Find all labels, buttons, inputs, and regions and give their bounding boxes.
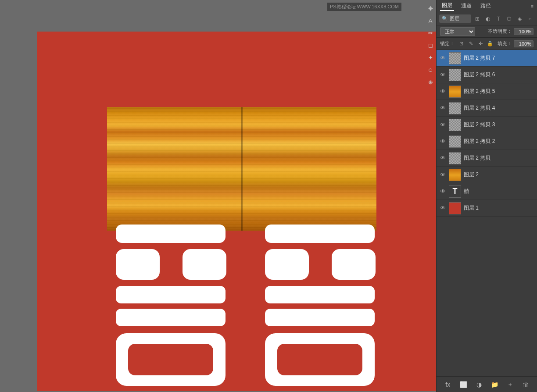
filter-smart-icon[interactable]: ◈ — [515, 14, 524, 23]
panel-menu-icon[interactable]: ≡ — [531, 4, 533, 9]
layer-visibility-icon[interactable]: 👁 — [439, 71, 446, 78]
layer-visibility-icon[interactable]: 👁 — [439, 188, 446, 195]
wood-texture — [107, 107, 376, 231]
filter-adjustment-icon[interactable]: ◐ — [483, 14, 492, 23]
lock-move-icon[interactable]: ✣ — [476, 40, 484, 48]
new-layer-icon[interactable]: + — [505, 380, 515, 389]
panel-bottom-toolbar: fx ⬜ ◑ 📁 + 🗑 — [437, 376, 537, 392]
panel-tabs-row: 图层 通道 路径 ≡ — [437, 0, 537, 12]
svg-rect-8 — [265, 249, 309, 280]
filter-row: 🔍 图层 ⊞ ◐ T ⬡ ◈ ○ — [437, 12, 537, 25]
filter-search-box[interactable]: 🔍 图层 — [439, 14, 471, 23]
double-happiness-character — [103, 225, 388, 392]
layer-thumbnail: T — [449, 185, 461, 198]
fill-value[interactable]: 100% — [514, 40, 533, 47]
svg-rect-11 — [265, 309, 375, 326]
right-edge-toolbar: ✥ A ✏ ◻ ✦ ☺ ⊕ — [425, 0, 436, 88]
delete-layer-icon[interactable]: 🗑 — [521, 380, 530, 389]
layer-name: 图层 1 — [464, 204, 534, 212]
layer-name: 图层 2 拷贝 6 — [464, 71, 534, 78]
layer-name: 囍 — [464, 188, 534, 195]
add-mask-icon[interactable]: ⬜ — [458, 380, 468, 389]
layer-thumbnail — [449, 102, 461, 114]
layer-thumbnail — [449, 69, 461, 81]
svg-rect-4 — [116, 309, 226, 326]
fill-row: 填充： 100% — [498, 40, 533, 47]
layer-item[interactable]: 👁 图层 2 — [437, 167, 537, 183]
type-icon[interactable]: A — [426, 16, 435, 25]
svg-rect-2 — [183, 249, 226, 280]
layer-visibility-icon[interactable]: 👁 — [439, 171, 446, 178]
lock-icons-group: ⊡ ✎ ✣ 🔒 — [457, 40, 494, 48]
brush-icon[interactable]: ✏ — [426, 28, 435, 38]
hand-icon[interactable]: ☺ — [426, 65, 435, 75]
layer-name: 图层 2 拷贝 7 — [464, 54, 534, 62]
svg-rect-7 — [265, 225, 375, 243]
layer-visibility-icon[interactable]: 👁 — [439, 155, 446, 162]
svg-rect-1 — [116, 249, 160, 280]
create-group-icon[interactable]: 📁 — [490, 380, 499, 389]
layers-list: 👁 图层 2 拷贝 7 👁 图层 2 拷贝 6 👁 图层 2 拷贝 5 👁 图层… — [437, 50, 537, 370]
layer-item[interactable]: 👁 图层 2 拷贝 3 — [437, 117, 537, 133]
layer-name: 图层 2 拷贝 — [464, 154, 534, 162]
svg-rect-3 — [116, 286, 226, 303]
layers-panel: 图层 通道 路径 ≡ 🔍 图层 ⊞ ◐ T ⬡ ◈ ○ 正常 不透明度： 100… — [436, 0, 537, 392]
svg-rect-13 — [277, 344, 362, 375]
layer-visibility-icon[interactable]: 👁 — [439, 205, 446, 212]
layer-name: 图层 2 拷贝 5 — [464, 88, 534, 95]
watermark: PS教程论坛 WWW.16XX8.COM — [327, 3, 401, 11]
eyedropper-icon[interactable]: ✦ — [426, 53, 435, 62]
lock-position-icon[interactable]: ✎ — [467, 40, 475, 48]
opacity-label: 不透明度： — [488, 28, 512, 35]
fill-label: 填充： — [498, 40, 512, 47]
layer-item[interactable]: 👁 图层 2 拷贝 6 — [437, 67, 537, 83]
layer-item[interactable]: 👁 图层 1 — [437, 200, 537, 217]
lock-fill-row: 锁定： ⊡ ✎ ✣ 🔒 填充： 100% — [437, 38, 537, 50]
filter-shape-icon[interactable]: ⬡ — [505, 14, 513, 23]
layer-thumbnail — [449, 202, 461, 214]
tab-channels[interactable]: 通道 — [459, 1, 473, 11]
layer-visibility-icon[interactable]: 👁 — [439, 55, 446, 62]
layer-thumbnail — [449, 86, 461, 98]
layer-thumbnail — [449, 169, 461, 181]
lock-label: 锁定： — [440, 40, 455, 47]
tab-paths[interactable]: 路径 — [479, 1, 493, 11]
layer-name: 图层 2 拷贝 3 — [464, 121, 534, 128]
layer-item[interactable]: 👁 图层 2 拷贝 5 — [437, 83, 537, 100]
lock-pixels-icon[interactable]: ⊡ — [457, 40, 465, 48]
layer-item[interactable]: 👁 图层 2 拷贝 7 — [437, 50, 537, 67]
layer-name: 图层 2 拷贝 2 — [464, 138, 534, 145]
blend-mode-dropdown[interactable]: 正常 — [440, 27, 475, 36]
layer-visibility-icon[interactable]: 👁 — [439, 138, 446, 145]
opacity-value[interactable]: 100% — [514, 28, 533, 35]
filter-toggle-icon[interactable]: ○ — [526, 14, 534, 23]
layer-visibility-icon[interactable]: 👁 — [439, 88, 446, 95]
lock-all-icon[interactable]: 🔒 — [486, 40, 494, 48]
layer-item[interactable]: 👁 图层 2 拷贝 2 — [437, 133, 537, 150]
add-adjustment-icon[interactable]: ◑ — [474, 380, 484, 389]
eraser-icon[interactable]: ◻ — [426, 40, 435, 50]
layer-visibility-icon[interactable]: 👁 — [439, 121, 446, 128]
filter-pixel-icon[interactable]: ⊞ — [473, 14, 482, 23]
filter-text-icon[interactable]: T — [494, 14, 503, 23]
filter-type-label: 图层 — [450, 15, 459, 22]
search-icon: 🔍 — [442, 16, 448, 21]
blend-opacity-row: 正常 不透明度： 100% — [437, 25, 537, 38]
wood-divider-vertical — [241, 107, 243, 231]
fx-icon[interactable]: fx — [443, 380, 453, 389]
move-icon[interactable]: ✥ — [426, 4, 435, 13]
zoom-icon[interactable]: ⊕ — [426, 77, 435, 87]
svg-rect-0 — [116, 225, 226, 243]
layer-item[interactable]: 👁 图层 2 拷贝 — [437, 150, 537, 167]
layer-thumbnail — [449, 152, 461, 164]
tab-layers[interactable]: 图层 — [440, 1, 454, 11]
layer-thumbnail — [449, 52, 461, 64]
layer-name: 图层 2 拷贝 4 — [464, 104, 534, 112]
canvas-document[interactable] — [37, 32, 454, 391]
layer-item[interactable]: 👁 图层 2 拷贝 4 — [437, 100, 537, 117]
layer-visibility-icon[interactable]: 👁 — [439, 105, 446, 112]
svg-rect-9 — [332, 249, 376, 280]
layer-thumbnail — [449, 119, 461, 131]
layer-item[interactable]: 👁 T 囍 — [437, 183, 537, 200]
svg-rect-6 — [128, 344, 213, 375]
